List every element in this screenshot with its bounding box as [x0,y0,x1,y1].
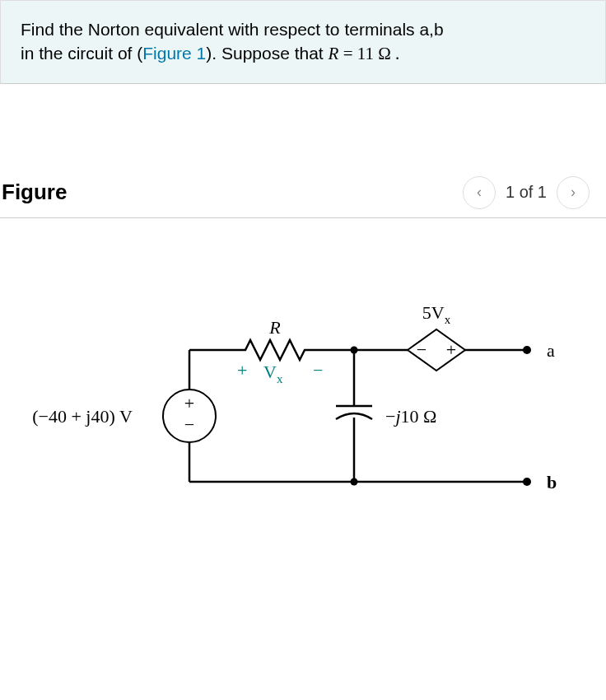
figure-link[interactable]: Figure 1 [142,44,206,63]
variable-R: R [329,44,339,63]
vx-plus: + [237,360,247,380]
vx-label: Vx [263,362,283,385]
dep-label: 5Vx [422,302,451,326]
cap-label: −j10 Ω [385,406,436,427]
terminal-a-label: a [547,340,555,361]
problem-eq: = 11 Ω . [338,44,399,63]
source-minus: − [184,414,194,435]
vx-minus: − [313,360,323,380]
terminal-b-node [523,478,531,486]
problem-line2-mid: ). Suppose that [206,44,328,63]
source-label: (−40 + j40) V [32,406,133,427]
problem-statement: Find the Norton equivalent with respect … [0,0,606,84]
dep-pos: + [446,339,456,360]
terminal-b-label: b [547,472,557,492]
terminal-a-node [523,346,531,354]
problem-line2-pre: in the circuit of ( [21,44,142,63]
resistor-R [239,340,311,360]
circuit-diagram: + − (−40 + j40) V R + Vx − − + 5Vx a −j1… [0,218,606,630]
figure-pager: ‹ 1 of 1 › [463,176,606,209]
figure-title: Figure [0,180,67,205]
problem-line1: Find the Norton equivalent with respect … [21,20,444,39]
source-plus: + [184,393,194,413]
figure-header: Figure ‹ 1 of 1 › [0,166,606,218]
next-figure-button[interactable]: › [557,176,590,209]
resistor-label: R [268,317,281,338]
dep-neg: − [417,339,427,360]
pager-text: 1 of 1 [506,183,547,202]
prev-figure-button[interactable]: ‹ [463,176,496,209]
node-bottom-cap [351,478,358,485]
